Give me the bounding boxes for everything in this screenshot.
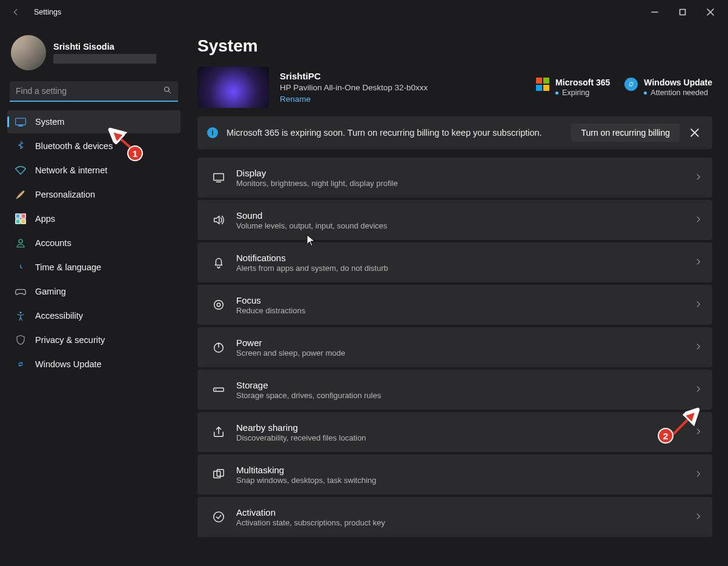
card-sub: Screen and sleep, power mode bbox=[236, 348, 345, 358]
card-sub: Monitors, brightness, night light, displ… bbox=[236, 179, 398, 188]
maximize-button[interactable] bbox=[669, 0, 697, 24]
sidebar-item-accounts[interactable]: Accounts bbox=[7, 231, 180, 255]
card-sub: Snap windows, desktops, task switching bbox=[236, 476, 376, 485]
card-activation[interactable]: ActivationActivation state, subscription… bbox=[197, 497, 712, 537]
chevron-right-icon bbox=[694, 342, 703, 353]
search-input[interactable] bbox=[16, 86, 163, 96]
chevron-right-icon bbox=[694, 300, 703, 310]
svg-point-12 bbox=[16, 360, 25, 369]
nav-label: Time & language bbox=[35, 262, 101, 272]
status-dot-icon bbox=[644, 92, 647, 95]
apps-icon bbox=[15, 213, 27, 225]
pc-info-row: SrishtiPC HP Pavilion All-in-One Desktop… bbox=[197, 64, 712, 116]
desktop-thumbnail[interactable] bbox=[197, 67, 269, 108]
card-display[interactable]: DisplayMonitors, brightness, night light… bbox=[197, 158, 712, 198]
settings-card-list: DisplayMonitors, brightness, night light… bbox=[197, 158, 712, 537]
chevron-right-icon bbox=[694, 512, 703, 522]
card-title: Multitasking bbox=[236, 465, 376, 475]
minimize-button[interactable] bbox=[641, 0, 669, 24]
svg-rect-17 bbox=[214, 388, 224, 391]
clock-icon bbox=[15, 261, 27, 273]
card-title: Storage bbox=[236, 380, 381, 390]
multitask-icon bbox=[207, 468, 230, 481]
info-icon: i bbox=[207, 127, 218, 138]
nav-label: Windows Update bbox=[35, 359, 102, 369]
chevron-right-icon bbox=[694, 258, 703, 268]
chevron-right-icon bbox=[694, 385, 703, 395]
wupdate-status-card[interactable]: Windows Update Attention needed bbox=[624, 78, 712, 97]
svg-point-14 bbox=[214, 301, 223, 310]
search-icon bbox=[163, 85, 172, 96]
card-title: Activation bbox=[236, 507, 385, 518]
sidebar-item-time[interactable]: Time & language bbox=[7, 256, 180, 279]
card-title: Notifications bbox=[236, 253, 388, 263]
card-sound[interactable]: SoundVolume levels, output, input, sound… bbox=[197, 200, 712, 240]
card-title: Power bbox=[236, 338, 345, 348]
sidebar-item-accessibility[interactable]: Accessibility bbox=[7, 304, 180, 327]
card-notifications[interactable]: NotificationsAlerts from apps and system… bbox=[197, 242, 712, 282]
ms365-status-card[interactable]: Microsoft 365 Expiring bbox=[536, 78, 610, 97]
gaming-icon bbox=[15, 285, 27, 298]
card-sub: Alerts from apps and system, do not dist… bbox=[236, 264, 388, 273]
nav-label: Accessibility bbox=[35, 311, 83, 321]
sidebar: Srishti Sisodia System Bluetooth & devic… bbox=[0, 24, 188, 566]
user-name: Srishti Sisodia bbox=[53, 42, 156, 52]
card-nearby-sharing[interactable]: Nearby sharingDiscoverability, received … bbox=[197, 412, 712, 452]
dismiss-banner-button[interactable] bbox=[684, 122, 705, 143]
card-multitasking[interactable]: MultitaskingSnap windows, desktops, task… bbox=[197, 454, 712, 494]
svg-rect-13 bbox=[214, 174, 224, 181]
svg-rect-5 bbox=[16, 214, 20, 218]
search-box[interactable] bbox=[10, 81, 178, 102]
accessibility-icon bbox=[15, 310, 27, 322]
wifi-icon bbox=[15, 164, 27, 176]
system-icon bbox=[15, 116, 27, 128]
nav-label: Personalization bbox=[35, 190, 95, 199]
rename-link[interactable]: Rename bbox=[280, 95, 311, 104]
card-focus[interactable]: FocusReduce distractions bbox=[197, 285, 712, 325]
svg-point-18 bbox=[216, 389, 217, 390]
wupdate-heading: Windows Update bbox=[644, 78, 712, 87]
sidebar-item-personalization[interactable]: Personalization bbox=[7, 183, 180, 206]
nav-label: Privacy & security bbox=[35, 335, 105, 345]
ms365-sub: Expiring bbox=[562, 88, 589, 97]
account-row[interactable]: Srishti Sisodia bbox=[7, 30, 180, 78]
sidebar-item-update[interactable]: Windows Update bbox=[7, 353, 180, 376]
turn-on-billing-button[interactable]: Turn on recurring billing bbox=[571, 124, 680, 142]
ms365-heading: Microsoft 365 bbox=[555, 78, 610, 87]
close-button[interactable] bbox=[697, 0, 724, 24]
sync-icon bbox=[15, 358, 27, 370]
sidebar-item-system[interactable]: System bbox=[7, 110, 180, 133]
user-email-redacted bbox=[53, 54, 156, 64]
svg-rect-8 bbox=[21, 219, 25, 224]
chevron-right-icon bbox=[694, 470, 703, 480]
sidebar-item-gaming[interactable]: Gaming bbox=[7, 280, 180, 303]
sidebar-item-apps[interactable]: Apps bbox=[7, 207, 180, 230]
nav-label: Bluetooth & devices bbox=[35, 141, 113, 151]
svg-point-1 bbox=[165, 87, 170, 92]
nav-label: Accounts bbox=[35, 238, 71, 248]
banner-message: Microsoft 365 is expiring soon. Turn on … bbox=[227, 128, 542, 138]
wupdate-sub: Attention needed bbox=[650, 88, 708, 97]
chevron-right-icon bbox=[694, 427, 703, 438]
card-power[interactable]: PowerScreen and sleep, power mode bbox=[197, 327, 712, 367]
card-title: Nearby sharing bbox=[236, 422, 366, 433]
svg-point-9 bbox=[19, 239, 22, 243]
svg-point-11 bbox=[20, 311, 22, 313]
card-storage[interactable]: StorageStorage space, drives, configurat… bbox=[197, 370, 712, 410]
sidebar-item-privacy[interactable]: Privacy & security bbox=[7, 328, 180, 351]
person-icon bbox=[15, 237, 27, 249]
annotation-badge-2: 2 bbox=[658, 428, 673, 444]
nav-label: Apps bbox=[35, 214, 55, 224]
shield-icon bbox=[15, 334, 27, 346]
back-button[interactable] bbox=[6, 2, 25, 22]
chevron-right-icon bbox=[694, 173, 703, 183]
pc-name: SrishtiPC bbox=[280, 71, 428, 81]
brush-icon bbox=[15, 188, 27, 201]
sidebar-item-network[interactable]: Network & internet bbox=[7, 159, 180, 182]
nav-label: Network & internet bbox=[35, 165, 107, 175]
card-title: Focus bbox=[236, 295, 305, 305]
nav-list: System Bluetooth & devices Network & int… bbox=[7, 110, 180, 376]
power-icon bbox=[207, 341, 230, 354]
sidebar-item-bluetooth[interactable]: Bluetooth & devices bbox=[7, 135, 180, 158]
card-sub: Reduce distractions bbox=[236, 306, 305, 315]
